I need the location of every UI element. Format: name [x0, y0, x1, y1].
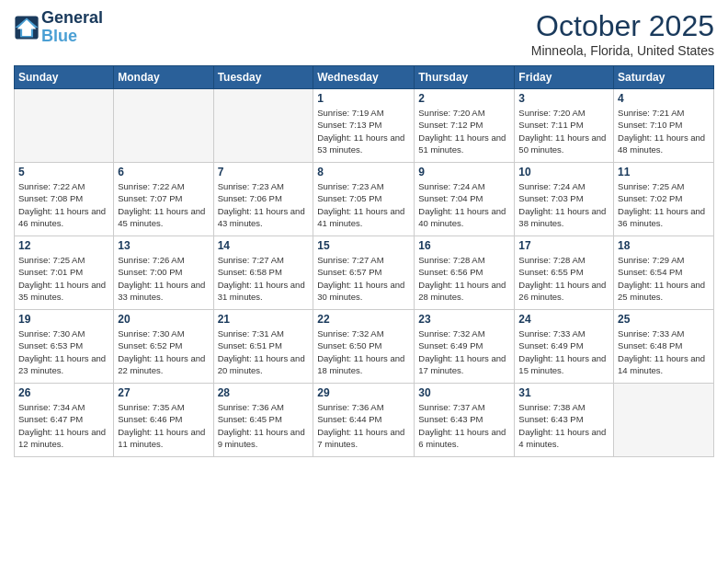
week-row-1: 1Sunrise: 7:19 AM Sunset: 7:13 PM Daylig… — [15, 89, 714, 163]
day-cell-w1-d4: 2Sunrise: 7:20 AM Sunset: 7:12 PM Daylig… — [415, 89, 515, 163]
col-saturday: Saturday — [614, 66, 714, 89]
week-row-3: 12Sunrise: 7:25 AM Sunset: 7:01 PM Dayli… — [15, 236, 714, 310]
day-info: Sunrise: 7:29 AM Sunset: 6:54 PM Dayligh… — [618, 254, 710, 303]
day-info: Sunrise: 7:24 AM Sunset: 7:03 PM Dayligh… — [518, 180, 609, 229]
location: Minneola, Florida, United States — [531, 43, 714, 58]
day-number: 4 — [618, 92, 710, 105]
day-number: 6 — [118, 166, 209, 178]
day-cell-w2-d6: 11Sunrise: 7:25 AM Sunset: 7:02 PM Dayli… — [614, 163, 714, 236]
day-number: 31 — [518, 386, 609, 399]
day-number: 11 — [618, 166, 710, 178]
day-info: Sunrise: 7:21 AM Sunset: 7:10 PM Dayligh… — [618, 107, 710, 155]
day-cell-w2-d3: 8Sunrise: 7:23 AM Sunset: 7:05 PM Daylig… — [313, 163, 415, 236]
day-number: 27 — [118, 386, 209, 399]
day-info: Sunrise: 7:25 AM Sunset: 7:01 PM Dayligh… — [18, 254, 109, 303]
logo-line2: Blue — [41, 28, 103, 46]
day-cell-w1-d2 — [213, 89, 313, 163]
col-monday: Monday — [114, 66, 213, 89]
day-number: 13 — [118, 239, 209, 252]
day-cell-w3-d5: 17Sunrise: 7:28 AM Sunset: 6:55 PM Dayli… — [515, 236, 614, 310]
day-info: Sunrise: 7:27 AM Sunset: 6:57 PM Dayligh… — [317, 254, 410, 303]
day-cell-w1-d6: 4Sunrise: 7:21 AM Sunset: 7:10 PM Daylig… — [614, 89, 714, 163]
day-cell-w3-d1: 13Sunrise: 7:26 AM Sunset: 7:00 PM Dayli… — [114, 236, 213, 310]
day-number: 8 — [317, 166, 410, 178]
week-row-5: 26Sunrise: 7:34 AM Sunset: 6:47 PM Dayli… — [15, 384, 714, 457]
day-info: Sunrise: 7:35 AM Sunset: 6:46 PM Dayligh… — [118, 401, 209, 450]
month-title: October 2025 — [531, 9, 714, 43]
col-tuesday: Tuesday — [213, 66, 313, 89]
day-cell-w1-d1 — [114, 89, 213, 163]
day-cell-w5-d2: 28Sunrise: 7:36 AM Sunset: 6:45 PM Dayli… — [213, 384, 313, 457]
day-number: 1 — [317, 92, 410, 105]
day-info: Sunrise: 7:23 AM Sunset: 7:06 PM Dayligh… — [218, 180, 310, 229]
day-cell-w2-d2: 7Sunrise: 7:23 AM Sunset: 7:06 PM Daylig… — [213, 163, 313, 236]
day-cell-w5-d4: 30Sunrise: 7:37 AM Sunset: 6:43 PM Dayli… — [415, 384, 515, 457]
day-cell-w2-d0: 5Sunrise: 7:22 AM Sunset: 7:08 PM Daylig… — [15, 163, 114, 236]
day-info: Sunrise: 7:20 AM Sunset: 7:12 PM Dayligh… — [418, 107, 510, 155]
day-info: Sunrise: 7:32 AM Sunset: 6:50 PM Dayligh… — [317, 327, 410, 376]
day-number: 25 — [618, 313, 710, 326]
day-info: Sunrise: 7:28 AM Sunset: 6:55 PM Dayligh… — [518, 254, 609, 303]
day-number: 18 — [618, 239, 710, 252]
day-number: 15 — [317, 239, 410, 252]
day-cell-w5-d5: 31Sunrise: 7:38 AM Sunset: 6:43 PM Dayli… — [515, 384, 614, 457]
day-number: 14 — [218, 239, 310, 252]
day-cell-w2-d4: 9Sunrise: 7:24 AM Sunset: 7:04 PM Daylig… — [415, 163, 515, 236]
day-info: Sunrise: 7:37 AM Sunset: 6:43 PM Dayligh… — [418, 401, 510, 450]
col-sunday: Sunday — [15, 66, 114, 89]
day-cell-w3-d3: 15Sunrise: 7:27 AM Sunset: 6:57 PM Dayli… — [313, 236, 415, 310]
calendar: Sunday Monday Tuesday Wednesday Thursday… — [14, 65, 714, 457]
day-number: 29 — [317, 386, 410, 399]
day-number: 26 — [18, 386, 109, 399]
week-row-4: 19Sunrise: 7:30 AM Sunset: 6:53 PM Dayli… — [15, 310, 714, 384]
day-info: Sunrise: 7:20 AM Sunset: 7:11 PM Dayligh… — [518, 107, 609, 155]
day-cell-w4-d5: 24Sunrise: 7:33 AM Sunset: 6:49 PM Dayli… — [515, 310, 614, 384]
day-info: Sunrise: 7:33 AM Sunset: 6:48 PM Dayligh… — [618, 327, 710, 376]
day-cell-w4-d1: 20Sunrise: 7:30 AM Sunset: 6:52 PM Dayli… — [114, 310, 213, 384]
day-cell-w1-d0 — [15, 89, 114, 163]
header-row: Sunday Monday Tuesday Wednesday Thursday… — [15, 66, 714, 89]
day-number: 20 — [118, 313, 209, 326]
logo: General Blue — [14, 9, 103, 46]
day-info: Sunrise: 7:30 AM Sunset: 6:53 PM Dayligh… — [18, 327, 109, 376]
day-info: Sunrise: 7:24 AM Sunset: 7:04 PM Dayligh… — [418, 180, 510, 229]
day-number: 5 — [18, 166, 109, 178]
day-number: 30 — [418, 386, 510, 399]
day-info: Sunrise: 7:19 AM Sunset: 7:13 PM Dayligh… — [317, 107, 410, 155]
day-info: Sunrise: 7:34 AM Sunset: 6:47 PM Dayligh… — [18, 401, 109, 450]
day-cell-w5-d3: 29Sunrise: 7:36 AM Sunset: 6:44 PM Dayli… — [313, 384, 415, 457]
day-number: 7 — [218, 166, 310, 178]
logo-line1: General — [41, 9, 103, 28]
day-info: Sunrise: 7:32 AM Sunset: 6:49 PM Dayligh… — [418, 327, 510, 376]
day-number: 21 — [218, 313, 310, 326]
day-cell-w4-d4: 23Sunrise: 7:32 AM Sunset: 6:49 PM Dayli… — [415, 310, 515, 384]
day-info: Sunrise: 7:22 AM Sunset: 7:08 PM Dayligh… — [18, 180, 109, 229]
day-number: 17 — [518, 239, 609, 252]
day-cell-w5-d0: 26Sunrise: 7:34 AM Sunset: 6:47 PM Dayli… — [15, 384, 114, 457]
title-block: October 2025 Minneola, Florida, United S… — [531, 9, 714, 58]
header: General Blue October 2025 Minneola, Flor… — [14, 9, 714, 58]
day-cell-w3-d4: 16Sunrise: 7:28 AM Sunset: 6:56 PM Dayli… — [415, 236, 515, 310]
day-info: Sunrise: 7:25 AM Sunset: 7:02 PM Dayligh… — [618, 180, 710, 229]
day-info: Sunrise: 7:36 AM Sunset: 6:44 PM Dayligh… — [317, 401, 410, 450]
page: General Blue October 2025 Minneola, Flor… — [0, 0, 728, 563]
day-cell-w2-d5: 10Sunrise: 7:24 AM Sunset: 7:03 PM Dayli… — [515, 163, 614, 236]
day-info: Sunrise: 7:30 AM Sunset: 6:52 PM Dayligh… — [118, 327, 209, 376]
day-info: Sunrise: 7:22 AM Sunset: 7:07 PM Dayligh… — [118, 180, 209, 229]
day-cell-w4-d3: 22Sunrise: 7:32 AM Sunset: 6:50 PM Dayli… — [313, 310, 415, 384]
day-info: Sunrise: 7:28 AM Sunset: 6:56 PM Dayligh… — [418, 254, 510, 303]
day-number: 23 — [418, 313, 510, 326]
day-number: 24 — [518, 313, 609, 326]
day-cell-w1-d3: 1Sunrise: 7:19 AM Sunset: 7:13 PM Daylig… — [313, 89, 415, 163]
day-info: Sunrise: 7:26 AM Sunset: 7:00 PM Dayligh… — [118, 254, 209, 303]
day-info: Sunrise: 7:33 AM Sunset: 6:49 PM Dayligh… — [518, 327, 609, 376]
day-cell-w2-d1: 6Sunrise: 7:22 AM Sunset: 7:07 PM Daylig… — [114, 163, 213, 236]
day-number: 12 — [18, 239, 109, 252]
day-info: Sunrise: 7:27 AM Sunset: 6:58 PM Dayligh… — [218, 254, 310, 303]
day-number: 3 — [518, 92, 609, 105]
week-row-2: 5Sunrise: 7:22 AM Sunset: 7:08 PM Daylig… — [15, 163, 714, 236]
day-cell-w4-d0: 19Sunrise: 7:30 AM Sunset: 6:53 PM Dayli… — [15, 310, 114, 384]
day-number: 16 — [418, 239, 510, 252]
day-info: Sunrise: 7:38 AM Sunset: 6:43 PM Dayligh… — [518, 401, 609, 450]
day-cell-w3-d0: 12Sunrise: 7:25 AM Sunset: 7:01 PM Dayli… — [15, 236, 114, 310]
